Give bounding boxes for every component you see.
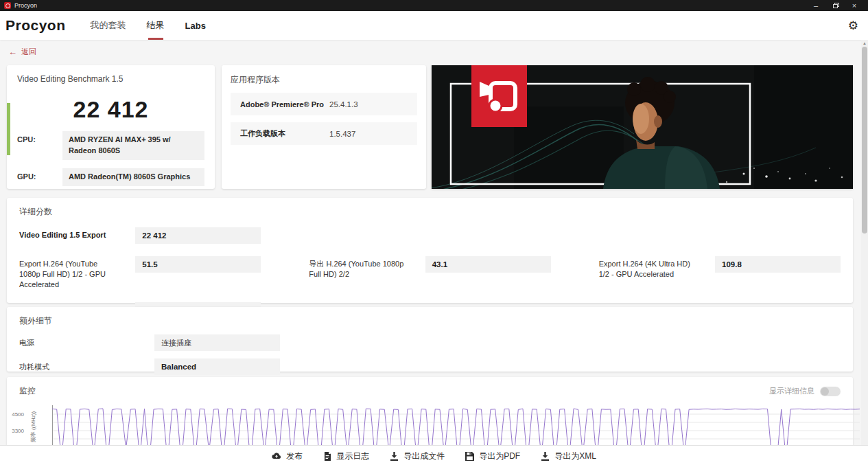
- version-label: 工作负载版本: [240, 128, 329, 139]
- export-xml-label: 导出为XML: [554, 451, 596, 462]
- extra-details-title: 额外细节: [19, 315, 841, 327]
- minimize-button[interactable]: –: [806, 0, 825, 11]
- video-editing-logo-icon: [471, 65, 527, 127]
- cloud-upload-icon: [272, 452, 281, 461]
- publish-button[interactable]: 发布: [272, 451, 303, 462]
- export-pdf-button[interactable]: 导出为PDF: [465, 451, 520, 462]
- benchmark-score: 22 412: [17, 96, 204, 123]
- scroll-up-arrow-icon[interactable]: ▲: [861, 41, 868, 45]
- app-versions-card: 应用程序版本 Adobe® Premiere® Pro 25.4.1.3 工作负…: [222, 65, 426, 189]
- version-row: 工作负载版本 1.5.437: [231, 122, 417, 145]
- navbar: Procyon 我的套装 结果 Labs ⚙: [0, 11, 868, 40]
- publish-label: 发布: [286, 451, 303, 462]
- vertical-scrollbar[interactable]: ▲: [861, 40, 868, 445]
- chart-y-tick: 3300: [3, 428, 24, 434]
- score-item-value: 109.8: [715, 256, 841, 273]
- save-pdf-icon: [465, 452, 474, 461]
- ul-logo-icon: [4, 2, 11, 9]
- gpu-label: GPU:: [17, 168, 62, 186]
- gpu-value: AMD Radeon(TM) 8060S Graphics: [62, 168, 204, 186]
- version-label: Adobe® Premiere® Pro: [240, 100, 329, 109]
- download-icon: [390, 452, 399, 461]
- cpu-value: AMD RYZEN AI MAX+ 395 w/ Radeon 8060S: [62, 131, 204, 160]
- toggle-label: 显示详细信息: [769, 386, 814, 396]
- brand-logo: Procyon: [5, 17, 66, 34]
- score-accent-bar: [7, 103, 10, 155]
- toggle-switch-icon: [820, 387, 841, 396]
- detailed-scores-card: 详细分数 Video Editing 1.5 Export 22 412 Exp…: [7, 198, 853, 303]
- extra-details-card: 额外细节 电源 连接插座 功耗模式 Balanced: [7, 307, 853, 372]
- chart-y-axis-label: 频率 ((MHz)): [30, 407, 37, 448]
- export-file-button[interactable]: 导出成文件: [390, 451, 445, 462]
- back-arrow-icon: ←: [8, 47, 17, 57]
- version-row: Adobe® Premiere® Pro 25.4.1.3: [231, 93, 417, 115]
- cpu-label: CPU:: [17, 131, 62, 160]
- show-log-button[interactable]: 显示日志: [323, 451, 369, 462]
- score-item-value: 43.1: [425, 256, 551, 273]
- score-item: Export H.264 (YouTube 1080p Full HD) 1/2…: [19, 256, 261, 290]
- gear-icon[interactable]: ⚙: [848, 20, 858, 32]
- score-item-label: Video Editing 1.5 Export: [19, 227, 120, 240]
- app-versions-title: 应用程序版本: [231, 74, 417, 86]
- log-document-icon: [323, 452, 331, 461]
- footer-toolbar: 发布 显示日志 导出成文件 导出为PDF 导出为XML: [0, 445, 868, 467]
- extra-detail-label: 电源: [19, 338, 139, 348]
- extra-detail-value: Balanced: [154, 358, 280, 375]
- cpu-row: CPU: AMD RYZEN AI MAX+ 395 w/ Radeon 806…: [17, 131, 204, 160]
- export-pdf-label: 导出为PDF: [479, 451, 520, 462]
- detailed-scores-title: 详细分数: [19, 206, 841, 218]
- titlebar-title: Procyon: [14, 2, 37, 9]
- show-log-label: 显示日志: [336, 451, 369, 462]
- restore-button[interactable]: [825, 0, 845, 11]
- score-item: Video Editing 1.5 Export 22 412: [19, 227, 261, 244]
- score-item-value: 22 412: [135, 227, 261, 244]
- score-item-value: 51.5: [135, 256, 261, 273]
- extra-detail-row: 电源 连接插座: [19, 334, 841, 351]
- monitoring-title: 监控: [19, 385, 36, 397]
- close-button[interactable]: ×: [845, 0, 864, 11]
- export-file-label: 导出成文件: [403, 451, 445, 462]
- tab-my-suites[interactable]: 我的套装: [91, 11, 126, 40]
- version-value: 25.4.1.3: [329, 100, 358, 109]
- titlebar: Procyon – ×: [0, 0, 868, 11]
- export-xml-button[interactable]: 导出为XML: [541, 451, 596, 462]
- score-item: Export H.264 (4K Ultra HD) 1/2 - GPU Acc…: [599, 256, 841, 290]
- gpu-row: GPU: AMD Radeon(TM) 8060S Graphics: [17, 168, 204, 186]
- download-icon: [541, 452, 550, 461]
- extra-detail-value: 连接插座: [154, 334, 280, 351]
- restore-icon: [833, 4, 838, 8]
- extra-detail-row: 功耗模式 Balanced: [19, 358, 841, 375]
- version-value: 1.5.437: [329, 130, 355, 138]
- content-area: ← 返回 Video Editing Benchmark 1.5 22 412 …: [0, 40, 861, 445]
- back-link[interactable]: ← 返回: [8, 47, 36, 57]
- benchmark-hero-image: [432, 65, 853, 189]
- hero-illustration: [432, 65, 853, 189]
- score-item: 导出 H.264 (YouTube 1080p Full HD) 2/2 43.…: [309, 256, 550, 290]
- back-label: 返回: [21, 47, 36, 57]
- score-item-label: Export H.264 (4K Ultra HD) 1/2 - GPU Acc…: [599, 256, 700, 280]
- extra-detail-label: 功耗模式: [19, 362, 139, 372]
- chart-y-tick: 4500: [3, 411, 24, 418]
- show-details-toggle[interactable]: 显示详细信息: [769, 386, 841, 396]
- score-card: Video Editing Benchmark 1.5 22 412 CPU: …: [7, 65, 215, 189]
- score-item-label: Export H.264 (YouTube 1080p Full HD) 1/2…: [19, 256, 120, 290]
- score-item-label: 导出 H.264 (YouTube 1080p Full HD) 2/2: [309, 256, 410, 280]
- tab-results[interactable]: 结果: [147, 11, 165, 40]
- tab-labs[interactable]: Labs: [185, 11, 206, 40]
- scrollbar-thumb[interactable]: [862, 47, 867, 234]
- benchmark-title: Video Editing Benchmark 1.5: [17, 74, 204, 84]
